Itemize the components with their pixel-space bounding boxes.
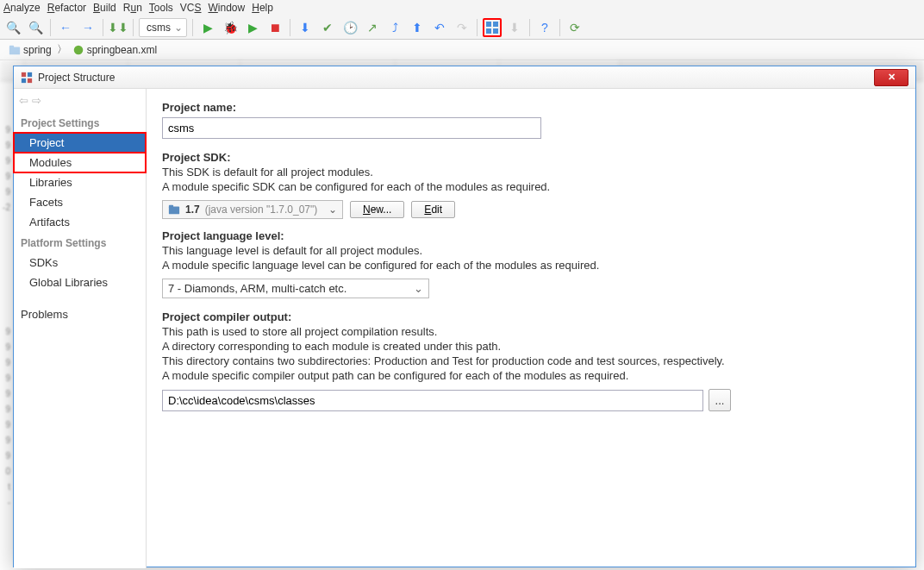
crumb-file[interactable]: springbean.xml (69, 44, 160, 56)
run-config-select[interactable]: csms ⌄ (139, 18, 187, 37)
menu-build[interactable]: Build (93, 2, 116, 14)
project-structure-dialog: Project Structure ✕ ⇦ ⇨ Project Settings… (13, 66, 916, 567)
lvl-desc-2: A module specific language level can be … (162, 259, 900, 272)
svg-rect-14 (169, 205, 173, 209)
menu-refactor[interactable]: Refactor (47, 2, 86, 14)
menu-window[interactable]: Window (209, 2, 246, 14)
dialog-content: Project name: Project SDK: This SDK is d… (147, 89, 915, 568)
vcs-push-icon[interactable]: ↗ (363, 18, 382, 37)
project-sdk-label: Project SDK: (162, 151, 900, 164)
lang-level-label: Project language level: (162, 229, 900, 242)
svg-rect-4 (486, 28, 491, 34)
svg-point-8 (73, 45, 83, 54)
sidebar-item-problems[interactable]: Problems (14, 304, 146, 324)
menu-run[interactable]: Run (123, 2, 142, 14)
svg-rect-9 (22, 72, 26, 76)
sdk-select[interactable]: 1.7 (java version "1.7.0_07") ⌄ (162, 200, 343, 219)
svg-rect-3 (493, 22, 498, 27)
close-icon: ✕ (888, 72, 896, 83)
out-desc-1: This path is used to store all project c… (162, 325, 900, 338)
svg-rect-11 (22, 78, 26, 82)
zoom-out-icon[interactable]: 🔍 (26, 18, 45, 37)
sidebar-item-libraries[interactable]: Libraries (14, 172, 146, 192)
sync-icon[interactable]: ⟳ (565, 18, 584, 37)
out-desc-2: A directory corresponding to each module… (162, 340, 900, 353)
lvl-desc-1: This language level is default for all p… (162, 244, 900, 257)
chevron-down-icon: ⌄ (328, 204, 337, 216)
svg-rect-12 (28, 78, 32, 82)
sdk-desc-1: This SDK is default for all project modu… (162, 166, 900, 179)
vcs-update-icon[interactable]: ⬇ (296, 18, 315, 37)
menu-tools[interactable]: Tools (149, 2, 173, 14)
coverage-icon[interactable]: ▶ (243, 18, 262, 37)
project-name-input[interactable] (162, 117, 541, 139)
stop-icon[interactable]: ⏹ (265, 18, 284, 37)
vcs-pull-icon[interactable]: ⬆ (408, 18, 427, 37)
chevron-down-icon: ⌄ (414, 282, 423, 295)
svg-rect-7 (9, 45, 14, 48)
help-icon[interactable]: ? (535, 18, 554, 37)
sdk-manager-icon[interactable]: ⬇ (505, 18, 524, 37)
run-config-name: csms (147, 22, 171, 34)
sidebar-category-project: Project Settings (14, 112, 146, 133)
dialog-titlebar: Project Structure ✕ (14, 66, 915, 89)
sidebar-item-modules[interactable]: Modules (14, 153, 146, 172)
sidebar-item-artifacts[interactable]: Artifacts (14, 212, 146, 232)
out-desc-4: A module specific compiler output path c… (162, 369, 900, 382)
crumb-root[interactable]: spring (5, 44, 55, 56)
forward-icon[interactable]: → (78, 18, 97, 37)
new-sdk-button[interactable]: New... (350, 201, 404, 218)
sdk-java-ver: (java version "1.7.0_07") (205, 204, 318, 216)
chevron-right-icon: 〉 (57, 42, 67, 57)
dialog-icon (21, 72, 33, 84)
project-name-label: Project name: (162, 101, 900, 114)
out-desc-3: This directory contains two subdirectori… (162, 354, 900, 367)
menu-help[interactable]: Help (252, 2, 273, 14)
sidebar-item-sdks[interactable]: SDKs (14, 253, 146, 272)
run-icon[interactable]: ▶ (198, 18, 217, 37)
menu-analyze[interactable]: Analyze (3, 2, 41, 14)
vcs-history-icon[interactable]: 🕑 (340, 18, 359, 37)
sidebar-category-platform: Platform Settings (14, 232, 146, 253)
menu-vcs[interactable]: VCS (180, 2, 202, 14)
search-icon[interactable]: 🔍 (3, 18, 22, 37)
edit-sdk-button[interactable]: Edit (411, 201, 455, 218)
vcs-commit-icon[interactable]: ✔ (318, 18, 337, 37)
menu-bar[interactable]: Analyze Refactor Build Run Tools VCS Win… (0, 0, 924, 16)
sdk-desc-2: A module specific SDK can be configured … (162, 180, 900, 193)
project-structure-icon[interactable] (483, 18, 502, 37)
dialog-sidebar: ⇦ ⇨ Project Settings Project Modules Lib… (14, 89, 147, 568)
back-icon[interactable]: ← (56, 18, 75, 37)
sidebar-item-global-libs[interactable]: Global Libraries (14, 272, 146, 292)
svg-rect-2 (486, 22, 491, 27)
breadcrumb: spring 〉 springbean.xml (0, 40, 924, 60)
undo-icon[interactable]: ↶ (430, 18, 449, 37)
debug-icon[interactable]: 🐞 (221, 18, 240, 37)
close-button[interactable]: ✕ (874, 69, 908, 86)
svg-rect-5 (493, 28, 498, 34)
nav-forward-icon[interactable]: ⇨ (32, 94, 41, 107)
dialog-title: Project Structure (38, 72, 874, 84)
svg-rect-10 (28, 72, 32, 76)
browse-button[interactable]: ... (709, 389, 731, 411)
sidebar-item-project[interactable]: Project (14, 133, 146, 153)
redo-icon[interactable]: ↷ (453, 18, 471, 37)
compiler-output-input[interactable] (162, 390, 703, 411)
nav-back-icon[interactable]: ⇦ (19, 94, 28, 107)
language-level-value: 7 - Diamonds, ARM, multi-catch etc. (168, 282, 346, 295)
compiler-output-label: Project compiler output: (162, 310, 900, 323)
language-level-select[interactable]: 7 - Diamonds, ARM, multi-catch etc. ⌄ (162, 279, 429, 298)
build-icon[interactable]: ⬇⬇ (109, 18, 128, 37)
main-toolbar: 🔍 🔍 ← → ⬇⬇ csms ⌄ ▶ 🐞 ▶ ⏹ ⬇ ✔ 🕑 ↗ ⤴ ⬆ ↶ … (0, 16, 924, 40)
sidebar-item-facets[interactable]: Facets (14, 192, 146, 212)
vcs-branch-icon[interactable]: ⤴ (385, 18, 404, 37)
sdk-version: 1.7 (185, 204, 200, 216)
